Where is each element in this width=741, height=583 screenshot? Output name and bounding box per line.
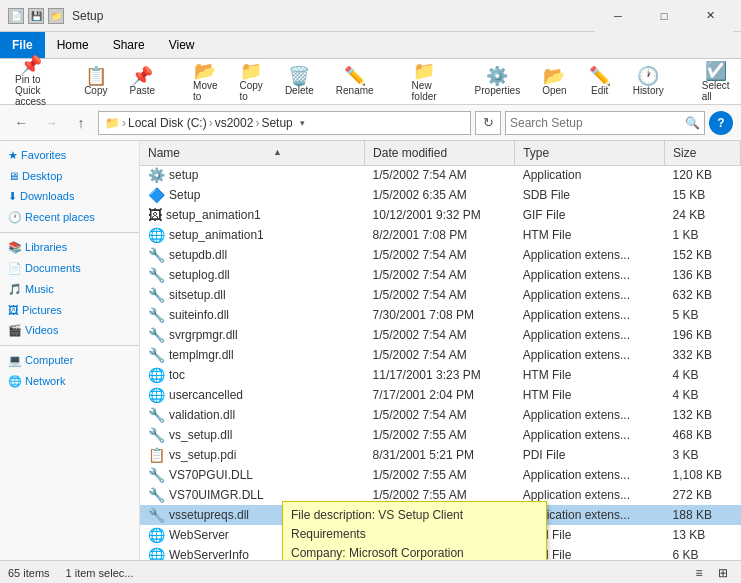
open-button[interactable]: 📂 Open	[535, 64, 573, 99]
col-header-date[interactable]: Date modified	[365, 141, 515, 165]
file-icon: 🔧	[148, 307, 165, 323]
sidebar-item-recent[interactable]: 🕐 Recent places	[0, 207, 139, 228]
file-icon: 🔧	[148, 327, 165, 343]
help-button[interactable]: ?	[709, 111, 733, 135]
file-type: Application extens...	[515, 245, 665, 265]
paste-button[interactable]: 📌 Paste	[122, 64, 162, 99]
delete-button[interactable]: 🗑️ Delete	[278, 64, 321, 99]
sidebar-item-computer[interactable]: 💻 Computer	[0, 350, 139, 371]
sidebar-item-libraries[interactable]: 📚 Libraries	[0, 237, 139, 258]
window-controls[interactable]: ─ □ ✕	[595, 0, 733, 32]
copy-button[interactable]: 📋 Copy	[77, 64, 114, 99]
tab-share[interactable]: Share	[101, 32, 157, 58]
move-to-button[interactable]: 📂 Move to	[186, 59, 224, 105]
table-row[interactable]: 🔧setuplog.dll1/5/2002 7:54 AMApplication…	[140, 265, 741, 285]
history-button[interactable]: 🕐 History	[626, 64, 671, 99]
table-row[interactable]: 🔧validation.dll1/5/2002 7:54 AMApplicati…	[140, 405, 741, 425]
file-date: 11/17/2001 3:23 PM	[365, 365, 515, 385]
sidebar-item-videos[interactable]: 🎬 Videos	[0, 320, 139, 341]
rename-button[interactable]: ✏️ Rename	[329, 64, 381, 99]
sidebar: ★ Favorites 🖥 Desktop ⬇ Downloads 🕐 Rece…	[0, 141, 140, 560]
table-row[interactable]: 🔧sitsetup.dll1/5/2002 7:54 AMApplication…	[140, 285, 741, 305]
select-all-button[interactable]: ☑️ Select all	[695, 59, 737, 105]
file-type: Application extens...	[515, 425, 665, 445]
pin-button[interactable]: 📌 Pin to Quick access	[8, 53, 53, 110]
file-name: validation.dll	[169, 408, 235, 422]
maximize-button[interactable]: □	[641, 0, 687, 32]
file-name: templmgr.dll	[169, 348, 234, 362]
search-icon[interactable]: 🔍	[685, 116, 700, 130]
table-row[interactable]: 🌐setup_animation18/2/2001 7:08 PMHTM Fil…	[140, 225, 741, 245]
back-button[interactable]: ←	[8, 110, 34, 136]
sidebar-item-favorites[interactable]: ★ Favorites	[0, 145, 139, 166]
table-row[interactable]: 🔧setupdb.dll1/5/2002 7:54 AMApplication …	[140, 245, 741, 265]
file-date: 8/2/2001 7:08 PM	[365, 225, 515, 245]
search-box[interactable]: 🔍	[505, 111, 705, 135]
table-row[interactable]: 🌐WebServerInfo12/13/2001 7:07 PMHTM File…	[140, 545, 741, 560]
file-date: 1/5/2002 7:54 AM	[365, 245, 515, 265]
new-folder-button[interactable]: 📁 New folder	[405, 59, 444, 105]
path-drive[interactable]: Local Disk (C:)	[128, 116, 207, 130]
col-header-size[interactable]: Size	[665, 141, 741, 165]
path-dropdown[interactable]: ▾	[293, 118, 313, 128]
sidebar-item-network[interactable]: 🌐 Network	[0, 371, 139, 392]
table-row[interactable]: 🔧vssetupreqs.dll1/5/2002 7:55 AMApplicat…	[140, 505, 741, 525]
column-headers: Name Date modified Type Size	[140, 141, 741, 165]
table-row[interactable]: 🌐WebServer12/13/2001 ...HTM File13 KB	[140, 525, 741, 545]
table-row[interactable]: 🔧VS70UIMGR.DLL1/5/2002 7:55 AMApplicatio…	[140, 485, 741, 505]
file-date: 1/5/2002 7:55 AM	[365, 425, 515, 445]
file-list-container: ▲ Name Date modified Type Size	[140, 141, 741, 560]
view-details-button[interactable]: ≡	[689, 563, 709, 583]
path-vs2002[interactable]: vs2002	[215, 116, 254, 130]
table-row[interactable]: ⚙️setup1/5/2002 7:54 AMApplication120 KB	[140, 165, 741, 185]
edit-button[interactable]: ✏️ Edit	[582, 64, 618, 99]
file-icon: 🌐	[148, 547, 165, 560]
file-size: 332 KB	[665, 345, 741, 365]
table-row[interactable]: 🔧suiteinfo.dll7/30/2001 7:08 PMApplicati…	[140, 305, 741, 325]
table-row[interactable]: 🔷Setup1/5/2002 6:35 AMSDB File15 KB	[140, 185, 741, 205]
file-size: 3 KB	[665, 445, 741, 465]
table-row[interactable]: 🌐toc11/17/2001 3:23 PMHTM File4 KB	[140, 365, 741, 385]
file-name: setupdb.dll	[169, 248, 227, 262]
file-icon: 🔧	[148, 467, 165, 483]
file-icon: 🌐	[148, 527, 165, 543]
sidebar-item-pictures[interactable]: 🖼 Pictures	[0, 300, 139, 320]
table-row[interactable]: 📋vs_setup.pdi8/31/2001 5:21 PMPDI File3 …	[140, 445, 741, 465]
table-row[interactable]: 🔧VS70PGUI.DLL1/5/2002 7:55 AMApplication…	[140, 465, 741, 485]
close-button[interactable]: ✕	[687, 0, 733, 32]
sidebar-item-music[interactable]: 🎵 Music	[0, 279, 139, 300]
copy-to-button[interactable]: 📁 Copy to	[233, 59, 270, 105]
col-header-name[interactable]: Name	[140, 141, 365, 165]
file-icon: 🔧	[148, 407, 165, 423]
tab-view[interactable]: View	[157, 32, 207, 58]
file-type: Application extens...	[515, 405, 665, 425]
file-type: Application	[515, 165, 665, 185]
file-date: 1/5/2002 7:55 AM	[365, 505, 515, 525]
path-setup[interactable]: Setup	[261, 116, 292, 130]
search-input[interactable]	[510, 116, 685, 130]
file-date: 1/5/2002 7:54 AM	[365, 265, 515, 285]
forward-button[interactable]: →	[38, 110, 64, 136]
col-header-type[interactable]: Type	[515, 141, 665, 165]
table-row[interactable]: 🔧vs_setup.dll1/5/2002 7:55 AMApplication…	[140, 425, 741, 445]
status-selected-count: 1 item selec...	[66, 567, 134, 579]
view-large-icons-button[interactable]: ⊞	[713, 563, 733, 583]
table-row[interactable]: 🔧svrgrpmgr.dll1/5/2002 7:54 AMApplicatio…	[140, 325, 741, 345]
file-icon: 🌐	[148, 227, 165, 243]
minimize-button[interactable]: ─	[595, 0, 641, 32]
sidebar-item-desktop[interactable]: 🖥 Desktop	[0, 166, 139, 186]
sidebar-item-documents[interactable]: 📄 Documents	[0, 258, 139, 279]
up-button[interactable]: ↑	[68, 110, 94, 136]
address-path[interactable]: 📁 › Local Disk (C:) › vs2002 › Setup ▾	[98, 111, 471, 135]
file-icon: 🔧	[148, 347, 165, 363]
sidebar-item-downloads[interactable]: ⬇ Downloads	[0, 186, 139, 207]
tab-home[interactable]: Home	[45, 32, 101, 58]
properties-button[interactable]: ⚙️ Properties	[468, 64, 528, 99]
table-row[interactable]: 🌐usercancelled7/17/2001 2:04 PMHTM File4…	[140, 385, 741, 405]
file-name: WebServerInfo	[169, 548, 249, 560]
table-row[interactable]: 🔧templmgr.dll1/5/2002 7:54 AMApplication…	[140, 345, 741, 365]
refresh-button[interactable]: ↻	[475, 111, 501, 135]
file-icon: 🔧	[148, 507, 165, 523]
table-row[interactable]: 🖼setup_animation110/12/2001 9:32 PMGIF F…	[140, 205, 741, 225]
path-root[interactable]: 📁	[105, 116, 120, 130]
